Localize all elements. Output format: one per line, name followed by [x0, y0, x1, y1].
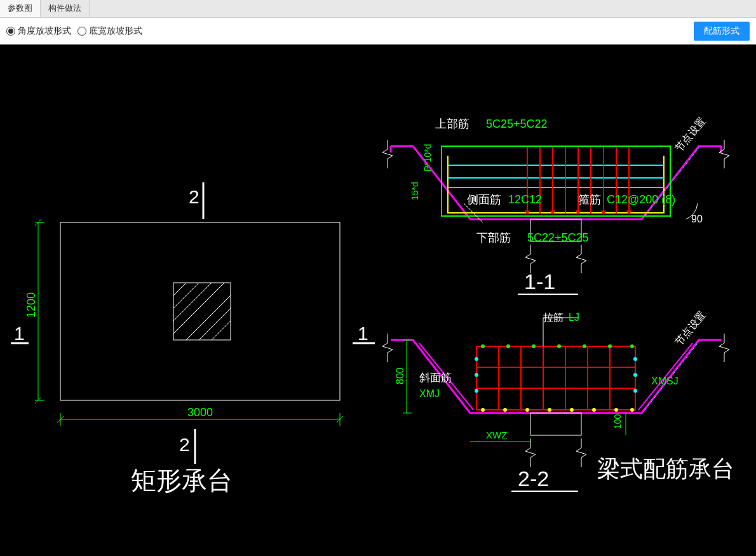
svg-text:侧面筋: 侧面筋	[467, 193, 501, 206]
svg-text:梁式配筋承台: 梁式配筋承台	[597, 456, 734, 482]
svg-text:C12@200 (8): C12@200 (8)	[607, 193, 675, 206]
section-2-2: 800 100 XWZ 拉筋 LJ 斜面筋 XMJ XMSJ 节点设置 2-2 …	[382, 309, 734, 491]
svg-rect-1	[173, 283, 231, 340]
svg-text:5C25+5C22: 5C25+5C22	[486, 118, 548, 130]
svg-text:拉筋: 拉筋	[543, 312, 564, 323]
cad-canvas[interactable]: 2 2 1 1 1200 3000 矩形承台	[0, 44, 756, 556]
svg-point-75	[630, 344, 634, 348]
svg-line-7	[199, 308, 231, 340]
svg-text:XWZ: XWZ	[486, 430, 507, 440]
svg-text:2: 2	[189, 186, 199, 207]
svg-text:90: 90	[691, 214, 703, 224]
svg-point-80	[633, 373, 637, 377]
svg-point-87	[592, 408, 596, 412]
svg-text:矩形承台: 矩形承台	[131, 466, 233, 494]
svg-text:下部筋: 下部筋	[476, 231, 511, 244]
svg-line-2	[173, 283, 224, 334]
svg-point-88	[614, 408, 618, 412]
svg-point-82	[481, 408, 485, 412]
svg-text:2: 2	[179, 434, 190, 455]
radio-group: 角度放坡形式 底宽放坡形式	[6, 25, 142, 37]
svg-text:上部筋: 上部筋	[435, 118, 469, 130]
svg-text:斜面筋: 斜面筋	[419, 372, 452, 384]
svg-text:1-1: 1-1	[524, 269, 555, 294]
svg-text:800: 800	[395, 367, 405, 384]
svg-text:节点设置: 节点设置	[673, 116, 707, 154]
rebar-form-button[interactable]: 配筋形式	[694, 22, 750, 41]
tab-params[interactable]: 参数图	[0, 0, 41, 17]
radio-angle-slope[interactable]: 角度放坡形式	[6, 25, 71, 37]
plan-view: 2 2 1 1 1200 3000 矩形承台	[11, 182, 375, 494]
svg-point-79	[633, 357, 637, 361]
svg-text:P*10*d: P*10*d	[422, 144, 433, 172]
svg-text:1: 1	[14, 323, 25, 344]
tab-method[interactable]: 构件做法	[41, 0, 90, 17]
svg-text:XMJ: XMJ	[419, 388, 440, 399]
svg-point-70	[506, 344, 510, 348]
radio-width-slope[interactable]: 底宽放坡形式	[78, 25, 142, 37]
svg-point-78	[475, 389, 478, 393]
radio-label: 底宽放坡形式	[89, 25, 142, 37]
svg-point-76	[475, 357, 478, 361]
svg-line-4	[173, 283, 199, 308]
svg-line-5	[173, 283, 186, 295]
svg-point-81	[633, 389, 637, 393]
svg-line-6	[186, 295, 231, 340]
tab-bar: 参数图 构件做法	[0, 0, 756, 18]
radio-label: 角度放坡形式	[18, 25, 71, 37]
svg-text:LJ: LJ	[569, 312, 579, 323]
svg-line-8	[212, 321, 231, 340]
svg-point-71	[532, 344, 536, 348]
svg-rect-91	[530, 413, 581, 435]
svg-rect-0	[60, 222, 340, 400]
svg-point-72	[557, 344, 561, 348]
svg-text:5C22+5C25: 5C22+5C25	[527, 231, 589, 244]
svg-point-69	[481, 344, 485, 348]
drawing-svg: 2 2 1 1 1200 3000 矩形承台	[0, 44, 756, 556]
svg-point-84	[525, 408, 529, 412]
svg-rect-60	[476, 346, 635, 410]
svg-point-85	[548, 408, 551, 412]
svg-text:15*d: 15*d	[410, 182, 420, 200]
svg-text:箍筋: 箍筋	[578, 193, 601, 206]
section-1-1: 上部筋 5C25+5C22 侧面筋 12C12 箍筋 C12@200 (8) 下…	[382, 116, 729, 294]
svg-text:3000: 3000	[187, 406, 213, 419]
radio-icon	[78, 27, 86, 36]
svg-text:1: 1	[358, 323, 368, 344]
svg-text:XMSJ: XMSJ	[651, 376, 678, 386]
toolbar: 角度放坡形式 底宽放坡形式 配筋形式	[0, 18, 756, 44]
svg-point-89	[630, 408, 634, 412]
svg-point-73	[583, 344, 586, 348]
radio-icon	[6, 27, 15, 36]
svg-text:1200: 1200	[25, 292, 37, 318]
svg-point-74	[608, 344, 612, 348]
svg-text:节点设置: 节点设置	[673, 309, 707, 348]
svg-point-86	[570, 408, 574, 412]
svg-text:12C12: 12C12	[508, 193, 542, 206]
svg-line-3	[173, 283, 212, 321]
svg-point-83	[503, 408, 507, 412]
svg-text:100: 100	[612, 414, 623, 429]
svg-point-77	[475, 373, 478, 377]
svg-text:2-2: 2-2	[518, 466, 549, 491]
